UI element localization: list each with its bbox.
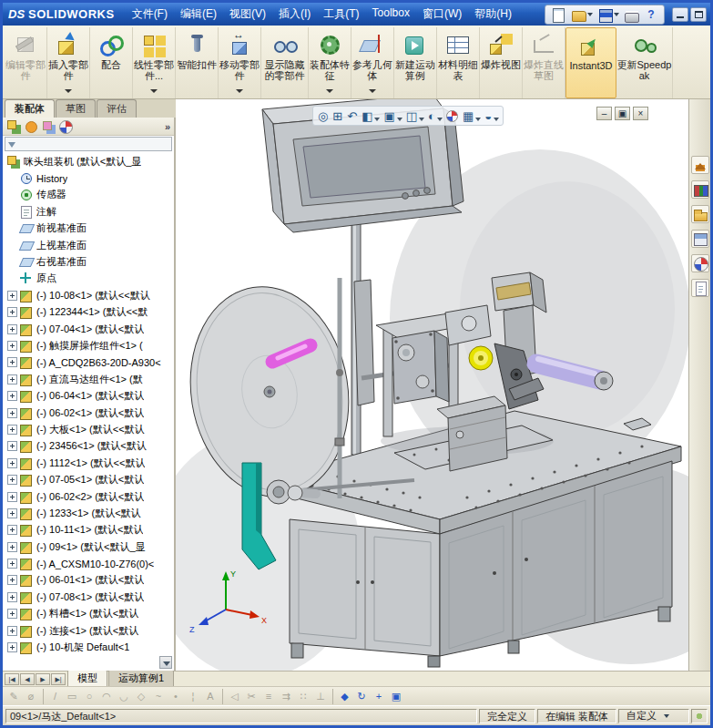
menu-help[interactable]: 帮助(H) — [468, 4, 518, 25]
menu-file[interactable]: 文件(F) — [126, 4, 174, 25]
offset-entities-icon[interactable]: ≡ — [260, 689, 277, 704]
tree-item[interactable]: (-) A_CXSM10-10-Z76(0)< — [3, 555, 174, 571]
update-speedpak-button[interactable]: 更新Speedpak — [616, 27, 673, 98]
tree-item[interactable]: (-) 23456<1> (默认<默认 — [3, 438, 174, 455]
centerline-icon[interactable]: ¦ — [185, 689, 201, 704]
polygon-icon[interactable]: ◇ — [133, 689, 149, 704]
exploded-view-button[interactable]: 爆炸视图 — [480, 27, 523, 98]
spline-icon[interactable]: ~ — [150, 689, 167, 704]
expander-icon[interactable] — [7, 525, 17, 535]
expander-icon[interactable] — [7, 458, 17, 468]
open-icon[interactable] — [569, 6, 594, 23]
tree-item[interactable]: (-) 06-02<2> (默认<默认 — [3, 488, 174, 505]
expander-icon[interactable] — [7, 307, 17, 317]
expander-icon[interactable] — [7, 324, 17, 334]
bill-of-materials-button[interactable]: 材料明细表 — [437, 27, 480, 98]
add-relation-icon[interactable]: ⊥ — [312, 689, 329, 704]
expander-icon[interactable] — [7, 592, 17, 602]
trim-entities-icon[interactable]: ✂ — [243, 689, 260, 704]
line-icon[interactable]: / — [43, 689, 63, 704]
tree-item[interactable]: (-) 07-04<1> (默认<默认 — [3, 321, 174, 337]
child-close-button[interactable]: × — [633, 107, 648, 120]
edit-appearance-icon[interactable] — [444, 109, 460, 123]
section-view-icon[interactable]: ◧ — [360, 109, 381, 123]
menu-insert[interactable]: 插入(I) — [272, 4, 317, 25]
menu-view[interactable]: 视图(V) — [223, 4, 272, 25]
rotate-view-icon[interactable]: ↻ — [353, 689, 370, 704]
expander-icon[interactable] — [7, 642, 17, 652]
edit-component-button[interactable]: 编辑零部件 — [5, 27, 47, 98]
expander-icon[interactable] — [7, 408, 17, 418]
mirror-entities-icon[interactable]: ◁ — [222, 689, 242, 704]
tab-motion-study-1[interactable]: 运动算例1 — [108, 670, 174, 686]
smart-fasteners-button[interactable]: 智能扣件 — [176, 27, 219, 98]
expander-icon[interactable] — [7, 357, 17, 367]
tree-item[interactable]: (-) 06-01<1> (默认<默认 — [3, 572, 174, 589]
window-zoom-icon[interactable]: ▣ — [388, 689, 404, 704]
tree-item[interactable]: (-) 122344<1> (默认<<默 — [3, 304, 174, 321]
tree-item[interactable]: (-) 09<1> (默认<默认_显 — [3, 538, 174, 555]
graphics-area[interactable]: Y X Z — [176, 99, 688, 671]
expander-icon[interactable] — [7, 492, 17, 502]
next-tab-button[interactable]: ▶ — [36, 673, 50, 685]
explode-line-sketch-button[interactable]: 爆炸直线草图 — [523, 27, 565, 98]
tree-item[interactable]: (-) 触摸屏操作组件<1> ( — [3, 337, 174, 354]
tree-item[interactable]: 右视基准面 — [3, 253, 174, 270]
last-tab-button[interactable]: ▶| — [51, 673, 66, 685]
help-icon[interactable]: ? — [642, 6, 660, 23]
expander-icon[interactable] — [7, 609, 17, 619]
apply-scene-icon[interactable]: ▦ — [461, 109, 482, 123]
new-motion-study-button[interactable]: 新建运动算例 — [394, 27, 437, 98]
tree-item[interactable]: History — [3, 169, 174, 186]
move-component-button[interactable]: 移动零部件 — [219, 27, 261, 98]
menu-toolbox[interactable]: Toolbox — [366, 4, 416, 25]
tree-item[interactable]: (-) 直流马达组件<1> (默 — [3, 371, 174, 387]
tree-item[interactable]: (-) 06-04<1> (默认<默认 — [3, 387, 174, 404]
prev-tab-button[interactable]: ◀ — [20, 673, 35, 685]
tab-model[interactable]: 模型 — [67, 670, 107, 686]
custom-properties-icon[interactable] — [691, 279, 709, 297]
new-document-icon[interactable] — [549, 6, 567, 23]
linear-sketch-pattern-icon[interactable]: ∷ — [295, 689, 311, 704]
tree-item[interactable]: (-) 10-机架 Default<1 — [3, 639, 174, 655]
instant3d-button[interactable]: Instant3D — [565, 27, 616, 98]
tree-item[interactable]: (-) 07-08<1> (默认<默认 — [3, 589, 174, 605]
view-palette-icon[interactable] — [691, 230, 709, 248]
convert-entities-icon[interactable]: ⇉ — [278, 689, 294, 704]
tree-filter-bar[interactable] — [5, 137, 172, 151]
tree-item[interactable]: (-) 10-08<1> (默认<<默认 — [3, 287, 174, 303]
resources-home-icon[interactable] — [691, 156, 709, 174]
tree-item[interactable]: 传感器 — [3, 187, 174, 203]
expander-icon[interactable] — [7, 508, 17, 518]
tree-item[interactable]: (-) 1233<1> (默认<默认 — [3, 505, 174, 521]
child-restore-button[interactable]: ▣ — [615, 107, 630, 120]
tree-item[interactable]: 咪头组装机 (默认<默认_显 — [3, 153, 174, 169]
tree-item[interactable]: (-) A_CDQ2B63-20D-A930< — [3, 354, 174, 371]
design-library-icon[interactable] — [691, 180, 709, 199]
tree-item[interactable]: 前视基准面 — [3, 220, 174, 237]
text-icon[interactable]: A — [202, 689, 219, 704]
first-tab-button[interactable]: |◀ — [5, 673, 19, 685]
expander-icon[interactable] — [7, 425, 17, 435]
menu-edit[interactable]: 编辑(E) — [174, 4, 223, 25]
expander-icon[interactable] — [7, 291, 17, 301]
tree-item[interactable]: (-) 06-02<1> (默认<默认 — [3, 405, 174, 421]
child-minimize-button[interactable]: – — [596, 107, 612, 120]
menu-window[interactable]: 窗口(W) — [416, 4, 468, 25]
tree-item[interactable]: (-) 1112<1> (默认<<默认 — [3, 455, 174, 471]
expander-icon[interactable] — [7, 391, 17, 401]
tangent-arc-icon[interactable]: ◡ — [116, 689, 132, 704]
status-custom-dropdown[interactable]: 自定义 — [618, 709, 689, 723]
tree-item[interactable]: (-) 大板<1> (默认<<默认 — [3, 421, 174, 437]
tree-scroll-down-button[interactable] — [159, 656, 172, 669]
menu-tools[interactable]: 工具(T) — [317, 4, 365, 25]
view-settings-icon[interactable]: ◒ — [483, 109, 500, 123]
assembly-features-button[interactable]: 装配体特征 — [309, 27, 351, 98]
point-icon[interactable]: • — [168, 689, 184, 704]
zoom-area-icon[interactable]: ⊞ — [331, 109, 344, 123]
pan-view-icon[interactable]: + — [371, 689, 387, 704]
expander-icon[interactable] — [7, 542, 17, 552]
configurationmanager-tab-icon[interactable] — [41, 119, 56, 134]
expander-icon[interactable] — [7, 441, 17, 451]
tree-item[interactable]: 原点 — [3, 271, 174, 287]
